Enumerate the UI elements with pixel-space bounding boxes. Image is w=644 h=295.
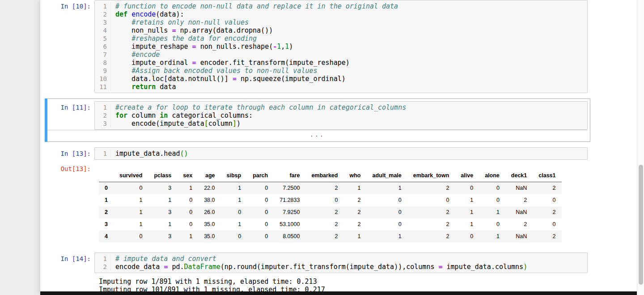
table-cell: 1 [366, 231, 407, 243]
input-prompt: In [14]: [47, 252, 94, 263]
table-cell: 2 [343, 194, 366, 206]
line-number: 2 [95, 111, 111, 120]
token-num: 1 [277, 43, 281, 51]
token-plain: np.array(data.dropna()) [176, 26, 273, 34]
code-text: return data [111, 83, 587, 91]
token-plain: np.squeeze(impute_ordinal) [237, 75, 346, 83]
token-plain: non_nulls.reshape( [196, 43, 273, 51]
scrollbar-track[interactable] [637, 0, 644, 295]
token-plain: ) [289, 43, 293, 51]
code-cell[interactable]: In [13]:1impute_data.head()Out[13]:survi… [45, 145, 590, 247]
table-cell: 1 [455, 194, 479, 206]
column-header: embark_town [407, 171, 455, 182]
table-cell: 2 [305, 231, 343, 243]
table-cell: 0 [455, 182, 479, 195]
table-cell: 0 [177, 218, 198, 231]
column-header: age [198, 171, 220, 182]
code-text: #reshapes the data for encoding [111, 34, 587, 43]
column-header: adult_male [366, 171, 407, 182]
code-text: data.loc[data.notnull()] = np.squeeze(im… [111, 75, 587, 83]
table-cell: 2 [343, 218, 366, 231]
line-number: 4 [95, 26, 111, 34]
table-cell: 0 [114, 231, 148, 243]
code-text: impute_reshape = non_nulls.reshape(-1,1) [111, 43, 587, 51]
table-cell: 2 [505, 194, 533, 206]
table-cell: 1 [114, 218, 148, 231]
token-op: = [192, 59, 196, 67]
table-cell: 71.2833 [274, 194, 305, 206]
token-plain: impute_data.head [115, 150, 180, 158]
code-text: #retains only non-null values [111, 18, 587, 26]
column-header: embarked [305, 171, 343, 182]
table-cell: 0 [455, 231, 479, 243]
line-number: 3 [95, 120, 111, 128]
collapsed-output-toggle[interactable]: ... [47, 130, 588, 139]
token-com: #reshapes the data for encoding [131, 34, 257, 43]
row-index: 2 [99, 206, 114, 218]
code-editor[interactable]: 1# function to encode non-null data and … [94, 0, 588, 93]
code-text: encode_data = pd.DataFrame(np.round(impu… [111, 263, 587, 271]
token-plain: impute_data.columns [443, 263, 524, 271]
table-cell: 53.1000 [274, 218, 305, 231]
code-editor[interactable]: 1#create a for loop to iterate through e… [94, 101, 588, 130]
code-line: 6 impute_reshape = non_nulls.reshape(-1,… [95, 43, 587, 51]
code-cell[interactable]: In [11]:1#create a for loop to iterate t… [45, 98, 590, 142]
code-line: 7 #encode [95, 51, 587, 59]
table-cell: 1 [114, 194, 148, 206]
column-header: sibsp [221, 171, 247, 182]
column-header: sex [177, 171, 198, 182]
table-cell: 0 [366, 194, 407, 206]
scrollbar-thumb[interactable] [639, 165, 643, 285]
code-editor[interactable]: 1impute_data.head() [94, 147, 588, 160]
input-prompt: In [10]: [47, 0, 94, 10]
table-cell: 0 [221, 231, 247, 243]
table-cell: 2 [407, 206, 455, 218]
table-cell: 7.2500 [274, 182, 305, 195]
token-com: # impute data and convert [115, 255, 216, 263]
token-def: encode [131, 10, 156, 18]
code-text: impute_data.head() [111, 150, 587, 158]
code-cell[interactable]: In [10]:1# function to encode non-null d… [45, 0, 590, 96]
token-plain: encode(impute_data [115, 120, 204, 128]
code-line: 5 #reshapes the data for encoding [95, 34, 587, 43]
row-index: 1 [99, 194, 114, 206]
table-header-row: survivedpclasssexagesibspparchfareembark… [99, 171, 562, 182]
bottom-dark-bar [40, 291, 637, 295]
token-com: #Assign back encoded values to non-null … [131, 67, 317, 75]
table-cell: 1 [343, 182, 366, 195]
token-plain: categorical_columns: [168, 111, 253, 120]
code-line: 8 impute_ordinal = encoder.fit_transform… [95, 59, 587, 67]
table-cell: 1 [177, 231, 198, 243]
token-plain: encoder.fit_transform(impute_reshape) [196, 59, 350, 67]
code-line: 9 #Assign back encoded values to non-nul… [95, 67, 587, 75]
table-cell: 0 [366, 206, 407, 218]
table-cell: 2 [343, 206, 366, 218]
token-plain: pd. [168, 263, 184, 271]
table-cell: 0 [366, 218, 407, 231]
code-line: 3 #retains only non-null values [95, 18, 587, 26]
token-bi: ] [233, 120, 237, 128]
line-number: 6 [95, 43, 111, 51]
row-index: 4 [99, 231, 114, 243]
table-cell: 3 [148, 206, 177, 218]
line-number: 1 [95, 103, 111, 111]
column-header: pclass [148, 171, 177, 182]
token-plain [115, 83, 131, 91]
token-op: = [438, 263, 442, 271]
code-line: 10 data.loc[data.notnull()] = np.squeeze… [95, 75, 587, 83]
token-kw: in [160, 111, 168, 120]
table-cell: 1 [148, 218, 177, 231]
token-op: = [233, 75, 237, 83]
code-text: for column in categorical_columns: [111, 111, 587, 120]
code-cell[interactable]: In [14]:1# impute data and convert2encod… [45, 250, 590, 295]
code-line: 1# impute data and convert [95, 255, 587, 263]
table-cell: 2 [505, 218, 533, 231]
code-editor[interactable]: 1# impute data and convert2encode_data =… [94, 252, 588, 273]
code-line: 2encode_data = pd.DataFrame(np.round(imp… [95, 263, 587, 271]
table-cell: 2 [407, 182, 455, 195]
token-bi: DataFrame [184, 263, 220, 271]
token-plain: data [156, 83, 176, 91]
table-cell: 1 [221, 182, 247, 195]
code-text: #encode [111, 51, 587, 59]
table-cell: 0 [533, 194, 561, 206]
